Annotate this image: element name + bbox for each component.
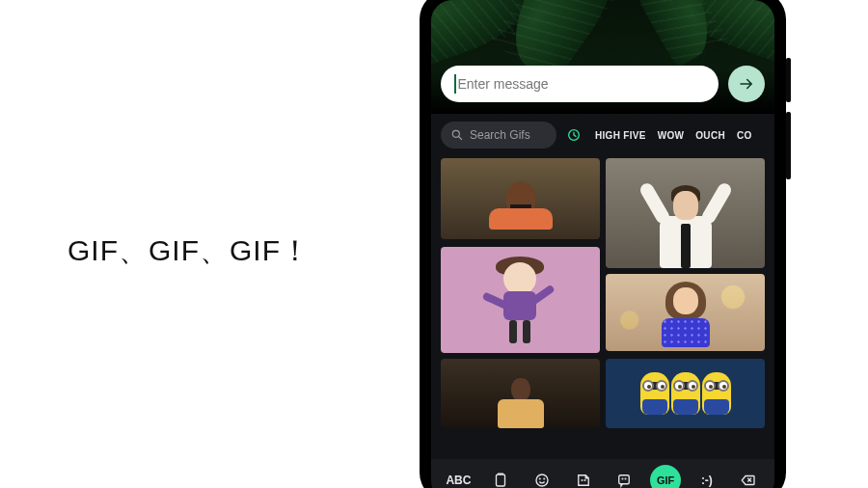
svg-rect-2 [497,474,505,486]
message-sticker-icon [615,472,633,488]
message-input[interactable]: Enter message [441,66,719,102]
gif-search-input[interactable]: Search Gifs [441,122,556,149]
phone-screen: Enter message [431,0,774,488]
switch-to-abc-button[interactable]: ABC [442,465,475,488]
svg-point-10 [626,478,627,479]
gif-tile[interactable] [441,158,600,239]
gif-category-high-five[interactable]: HIGH FIVE [595,130,646,141]
clock-icon [566,127,582,143]
gif-tile[interactable] [441,247,600,353]
gif-category-recent[interactable] [564,122,583,149]
svg-point-5 [544,478,545,479]
emoji-button[interactable] [527,465,557,488]
text-face-button[interactable]: :-) [692,465,722,488]
message-input-placeholder: Enter message [458,76,549,92]
svg-point-6 [582,480,583,481]
sticker-button[interactable] [568,465,599,488]
gif-tile[interactable] [606,274,765,351]
sticker-icon [575,472,592,488]
gif-search-placeholder: Search Gifs [470,128,530,142]
promo-caption: GIF、GIF、GIF！ [68,231,311,271]
clipboard-icon [492,472,509,488]
text-cursor [454,74,456,94]
gif-category-strip[interactable]: HIGH FIVE WOW OUCH CO [564,122,765,149]
phone-side-button-1 [786,58,791,102]
phone-side-button-2 [786,112,791,179]
clipboard-button[interactable] [485,465,516,488]
gif-category-wow[interactable]: WOW [658,130,685,141]
emoji-icon [533,472,551,488]
svg-point-9 [623,478,624,479]
svg-point-4 [539,478,540,479]
animated-sticker-button[interactable] [609,465,639,488]
backspace-button[interactable] [733,465,764,488]
search-icon [450,128,464,142]
backspace-icon [740,472,757,488]
gif-results-grid [431,154,774,459]
gif-category-more[interactable]: CO [737,130,752,141]
keyboard-bottom-bar: ABC GIF :-) [431,459,774,488]
gif-tile[interactable] [441,359,600,428]
gif-tab-button[interactable]: GIF [650,465,681,488]
svg-point-3 [536,474,548,486]
chat-wallpaper: Enter message [431,0,774,114]
gif-tile[interactable] [606,158,765,268]
phone-frame: Enter message [420,0,786,488]
send-icon [738,75,755,93]
gif-category-ouch[interactable]: OUCH [695,130,725,141]
svg-rect-8 [619,475,630,484]
gif-keyboard-panel: Search Gifs HIGH FIVE WOW OUCH CO [431,114,774,488]
send-button[interactable] [728,66,765,102]
gif-tile[interactable] [606,359,765,428]
svg-point-7 [584,480,585,481]
svg-point-0 [452,130,459,137]
